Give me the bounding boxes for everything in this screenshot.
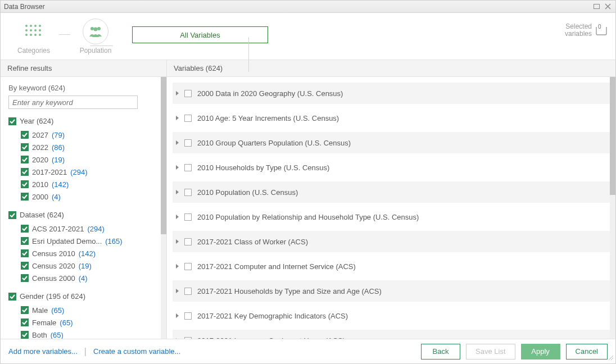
facet-item-count[interactable]: (19) [52,156,65,164]
all-variables-button[interactable]: All Variables [132,26,268,43]
checkbox-icon[interactable] [21,262,29,270]
facet-item-count[interactable]: (142) [52,180,69,189]
checkbox-icon[interactable] [21,306,29,314]
expand-caret-icon[interactable] [176,313,179,318]
facet-item[interactable]: Census 2020 (19) [21,260,161,272]
variable-row[interactable]: 2000 Data in 2020 Geography (U.S. Census… [173,83,610,104]
checkbox-icon[interactable] [21,143,29,151]
variable-row[interactable]: 2010 Group Quarters Population (U.S. Cen… [173,132,610,153]
expand-caret-icon[interactable] [176,215,179,219]
variable-row[interactable]: 2017-2021 Households by Type and Size an… [173,280,610,302]
facet-item-count[interactable]: (294) [88,225,105,233]
facet-item[interactable]: Esri Updated Demo... (165) [21,235,161,247]
checkbox-icon[interactable] [21,193,29,201]
row-checkbox[interactable] [184,139,192,147]
row-checkbox[interactable] [184,263,192,270]
facet-item-count[interactable]: (65) [60,319,73,327]
resize-grip-icon[interactable] [608,354,613,361]
facet-item[interactable]: 2020 (19) [21,153,161,166]
facet-item[interactable]: 2022 (86) [21,141,161,153]
variable-row[interactable]: 2010 Age: 5 Year Increments (U.S. Census… [173,107,610,129]
selected-variables-indicator[interactable]: Selected variables 0 [565,23,608,38]
checkbox-icon[interactable] [21,237,29,245]
row-checkbox[interactable] [184,164,192,171]
facet-item-count[interactable]: (79) [52,131,65,139]
row-checkbox[interactable] [184,115,192,122]
close-icon[interactable] [603,3,612,11]
facet-item[interactable]: 2010 (142) [21,178,161,190]
save-list-button[interactable]: Save List [466,344,515,360]
checkbox-icon[interactable] [21,180,29,188]
variables-scrollbar-thumb[interactable] [610,77,615,195]
add-more-variables-link[interactable]: Add more variables... [8,347,78,356]
row-checkbox[interactable] [184,288,192,295]
variable-row[interactable]: 2010 Population (U.S. Census) [173,181,610,203]
expand-caret-icon[interactable] [176,190,179,194]
expand-caret-icon[interactable] [176,140,179,145]
apply-button[interactable]: Apply [521,344,560,360]
facet-item-count[interactable]: (142) [79,249,96,258]
checkbox-icon[interactable] [21,156,29,163]
refine-scrollbar-track[interactable] [161,77,166,339]
create-custom-variable-link[interactable]: Create a custom variable... [93,347,180,356]
breadcrumb-population[interactable]: Population [70,19,121,54]
checkbox-icon[interactable] [21,168,29,176]
cancel-button[interactable]: Cancel [566,344,608,360]
row-checkbox[interactable] [184,90,192,97]
checkbox-icon[interactable] [8,293,16,301]
facet-item[interactable]: 2017-2021 (294) [21,166,161,178]
facet-item[interactable]: Census 2010 (142) [21,247,161,260]
facet-item-count[interactable]: (86) [52,143,65,152]
facet-item-count[interactable]: (65) [51,331,64,339]
keyword-input[interactable] [8,95,138,109]
row-checkbox[interactable] [184,238,192,245]
breadcrumb-categories[interactable]: Categories [8,19,59,54]
facet-item-count[interactable]: (19) [79,262,92,270]
refine-scroll[interactable]: By keyword (624) Year (624)2027 (79)2022… [1,77,166,339]
facet-item-count[interactable]: (4) [52,193,61,201]
facet-item[interactable]: 2000 (4) [21,190,161,203]
facet-item-count[interactable]: (65) [51,306,64,315]
expand-caret-icon[interactable] [176,239,179,244]
facet-item-count[interactable]: (4) [79,274,88,283]
back-button[interactable]: Back [421,344,460,360]
checkbox-icon[interactable] [21,249,29,257]
expand-caret-icon[interactable] [176,289,179,293]
expand-caret-icon[interactable] [176,91,179,95]
facet-item-label: Census 2000 [32,274,75,283]
row-checkbox[interactable] [184,337,192,339]
variable-row[interactable]: 2017-2021 Language Spoken at Home (ACS) [173,330,610,339]
data-browser-window: Data Browser Categories [0,0,616,364]
variables-list[interactable]: 2000 Data in 2020 Geography (U.S. Census… [167,77,615,339]
checkbox-icon[interactable] [21,225,29,233]
variable-row[interactable]: 2010 Population by Relationship and Hous… [173,206,610,228]
variable-row[interactable]: 2017-2021 Class of Worker (ACS) [173,231,610,252]
variable-row[interactable]: 2017-2021 Computer and Internet Service … [173,256,610,277]
facet-item[interactable]: Female (65) [21,316,161,329]
facet-item-count[interactable]: (165) [105,237,122,245]
refine-scrollbar-thumb[interactable] [161,77,166,234]
row-checkbox[interactable] [184,189,192,196]
expand-caret-icon[interactable] [176,264,179,269]
facet-item[interactable]: ACS 2017-2021 (294) [21,222,161,235]
checkbox-icon[interactable] [21,131,29,139]
checkbox-icon[interactable] [8,211,16,219]
expand-caret-icon[interactable] [176,338,179,339]
checkbox-icon[interactable] [21,274,29,282]
checkbox-icon[interactable] [21,331,29,339]
row-checkbox[interactable] [184,213,192,221]
expand-caret-icon[interactable] [176,165,179,170]
checkbox-icon[interactable] [8,117,16,125]
facet-item[interactable]: Census 2000 (4) [21,272,161,284]
facet-item[interactable]: Both (65) [21,329,161,339]
maximize-icon[interactable] [592,3,601,11]
variables-scrollbar-track[interactable] [610,77,615,339]
checkbox-icon[interactable] [21,319,29,326]
variable-row[interactable]: 2010 Households by Type (U.S. Census) [173,157,610,178]
facet-item[interactable]: 2027 (79) [21,129,161,141]
expand-caret-icon[interactable] [176,116,179,120]
facet-item-count[interactable]: (294) [70,168,87,176]
variable-row[interactable]: 2017-2021 Key Demographic Indicators (AC… [173,305,610,326]
row-checkbox[interactable] [184,312,192,320]
facet-item[interactable]: Male (65) [21,304,161,316]
